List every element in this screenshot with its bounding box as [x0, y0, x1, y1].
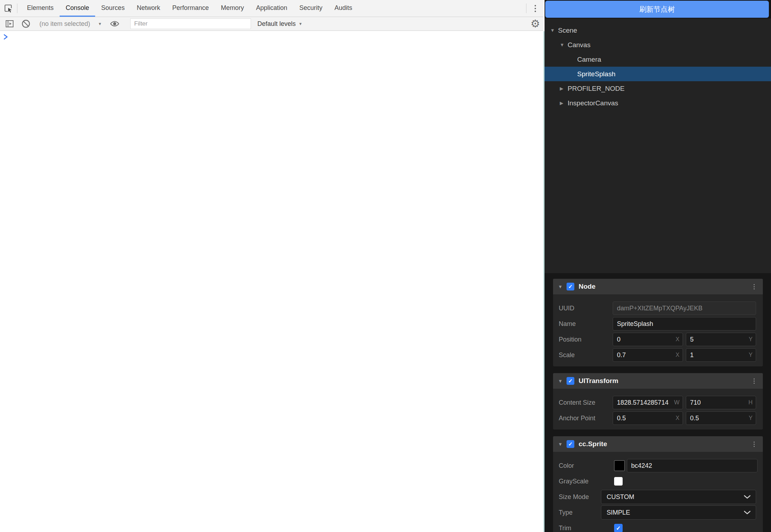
property-controls: [613, 317, 756, 331]
position-x-input[interactable]: [613, 333, 683, 346]
console-sidebar-toggle-icon[interactable]: [1, 19, 18, 29]
component-title: cc.Sprite: [579, 440, 749, 448]
tree-node-canvas[interactable]: ▼Canvas: [545, 38, 771, 52]
chevron-expanded-icon[interactable]: ▼: [558, 442, 567, 447]
tab-network[interactable]: Network: [131, 0, 166, 17]
component-header: ▼✓UITransform: [553, 373, 763, 389]
component-header: ▼✓cc.Sprite: [553, 436, 763, 452]
trim-checkbox[interactable]: ✓: [614, 524, 623, 532]
tab-application[interactable]: Application: [250, 0, 293, 17]
console-prompt-chevron-icon: [3, 34, 9, 40]
log-levels-dropdown[interactable]: Default levels ▼: [257, 20, 302, 28]
component-menu-kebab-icon[interactable]: [749, 442, 759, 447]
divider: [17, 4, 17, 13]
tree-node-label: PROFILER_NODE: [568, 85, 624, 93]
number-field-y: Y: [686, 411, 756, 425]
execution-context-selector[interactable]: (no item selected) ▼: [39, 20, 102, 28]
devtools-menu-kebab-icon[interactable]: [527, 0, 543, 17]
size-mode-select[interactable]: CUSTOM: [601, 490, 756, 504]
tab-performance[interactable]: Performance: [166, 0, 215, 17]
log-levels-label: Default levels: [257, 20, 296, 28]
property-row-trim: Trim✓: [559, 520, 756, 532]
property-row-anchor-point: Anchor PointXY: [559, 410, 756, 426]
scale-x-input[interactable]: [613, 348, 683, 362]
anchor-point-x-input[interactable]: [613, 411, 683, 425]
component-menu-kebab-icon[interactable]: [749, 284, 759, 289]
scale-y-input[interactable]: [686, 348, 756, 362]
property-row-size-mode: Size ModeCUSTOM: [559, 489, 756, 505]
property-row-grayscale: GrayScale✓: [559, 473, 756, 489]
component-body: UUIDNamePositionXYScaleXY: [553, 294, 763, 366]
anchor-point-y-input[interactable]: [686, 411, 756, 425]
number-field-x: X: [613, 333, 683, 346]
content-size-w-input[interactable]: [613, 396, 683, 409]
number-field-y: Y: [686, 333, 756, 346]
component-enabled-checkbox[interactable]: ✓: [567, 377, 574, 385]
component-enabled-checkbox[interactable]: ✓: [567, 440, 574, 448]
property-controls: XY: [613, 348, 756, 362]
tab-sources[interactable]: Sources: [95, 0, 131, 17]
select-value: SIMPLE: [607, 509, 630, 516]
tree-node-label: Scene: [558, 27, 577, 34]
chevron-expanded-icon[interactable]: ▼: [558, 284, 567, 289]
component-enabled-checkbox[interactable]: ✓: [567, 283, 574, 290]
color-swatch[interactable]: [614, 460, 625, 471]
tree-node-scene[interactable]: ▼Scene: [545, 23, 771, 38]
chevron-down-icon: [743, 510, 751, 515]
property-label: Content Size: [559, 399, 613, 406]
tree-node-profiler_node[interactable]: ▶PROFILER_NODE: [545, 81, 771, 96]
chevron-collapsed-icon[interactable]: ▶: [560, 100, 568, 106]
devtools-tabbar: ElementsConsoleSourcesNetworkPerformance…: [0, 0, 543, 17]
property-label: Trim: [559, 525, 613, 532]
content-size-h-input[interactable]: [686, 396, 756, 409]
component-sections: ▼✓NodeUUIDNamePositionXYScaleXY▼✓UITrans…: [545, 273, 771, 532]
property-row-name: Name: [559, 316, 756, 332]
number-field-x: X: [613, 348, 683, 362]
clear-console-icon[interactable]: [18, 19, 34, 29]
tab-elements[interactable]: Elements: [21, 0, 60, 17]
color-hex-input[interactable]: [627, 459, 758, 472]
text-field: [613, 317, 756, 331]
component-menu-kebab-icon[interactable]: [749, 378, 759, 384]
context-selector-label: (no item selected): [39, 20, 90, 28]
chevron-expanded-icon[interactable]: ▼: [550, 28, 558, 33]
tree-node-label: InspectorCanvas: [568, 99, 618, 107]
property-label: UUID: [559, 305, 613, 312]
tree-node-spritesplash[interactable]: SpriteSplash: [545, 67, 771, 81]
uuid-input[interactable]: [613, 301, 756, 315]
tab-audits[interactable]: Audits: [328, 0, 358, 17]
console-messages-area[interactable]: [0, 31, 543, 532]
refresh-button-bar: 刷新节点树: [545, 0, 771, 18]
tab-security[interactable]: Security: [293, 0, 328, 17]
property-controls: WH: [613, 396, 756, 409]
node-tree: ▼Scene▼CanvasCameraSpriteSplash▶PROFILER…: [545, 18, 771, 273]
devtools-tabs: ElementsConsoleSourcesNetworkPerformance…: [21, 0, 358, 17]
console-filter-input[interactable]: [130, 18, 251, 29]
name-input[interactable]: [613, 317, 756, 331]
chevron-down-icon: ▼: [98, 22, 102, 26]
property-row-type: TypeSIMPLE: [559, 505, 756, 520]
inspect-element-icon[interactable]: [0, 0, 16, 17]
live-expression-eye-icon[interactable]: [106, 19, 123, 29]
chevron-expanded-icon[interactable]: ▼: [560, 42, 568, 48]
chevron-expanded-icon[interactable]: ▼: [558, 378, 567, 384]
tree-node-label: Canvas: [568, 41, 590, 49]
console-settings-gear-icon[interactable]: ⚙: [527, 18, 543, 29]
property-label: Name: [559, 320, 613, 328]
grayscale-checkbox[interactable]: ✓: [614, 477, 623, 486]
type-select[interactable]: SIMPLE: [601, 505, 756, 520]
tree-node-inspectorcanvas[interactable]: ▶InspectorCanvas: [545, 96, 771, 110]
tab-memory[interactable]: Memory: [215, 0, 250, 17]
component-body: ColorGrayScale✓Size ModeCUSTOMTypeSIMPLE…: [553, 452, 763, 532]
refresh-node-tree-button[interactable]: 刷新节点树: [545, 1, 769, 18]
property-label: Position: [559, 336, 613, 343]
property-controls: XY: [613, 333, 756, 346]
position-y-input[interactable]: [686, 333, 756, 346]
chevron-collapsed-icon[interactable]: ▶: [560, 86, 568, 91]
tab-console[interactable]: Console: [60, 0, 95, 17]
property-row-scale: ScaleXY: [559, 347, 756, 363]
tree-node-camera[interactable]: Camera: [545, 52, 771, 67]
console-prompt[interactable]: [0, 31, 543, 40]
number-field-x: X: [613, 411, 683, 425]
property-label: Scale: [559, 351, 613, 359]
